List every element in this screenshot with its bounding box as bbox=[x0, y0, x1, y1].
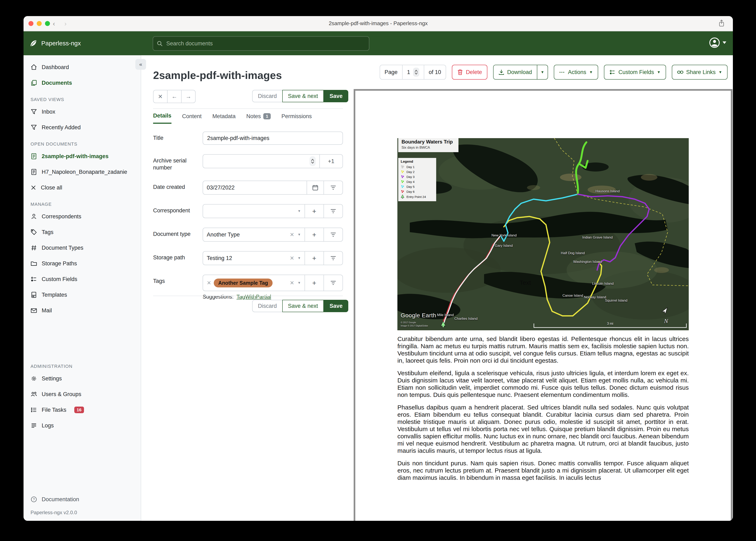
suggestions-label: Suggestions: bbox=[203, 293, 234, 300]
sidebar-item-correspondents[interactable]: Correspondents bbox=[24, 209, 141, 224]
titlebar: ‹ › 2sample-pdf-with-images - Paperless-… bbox=[24, 16, 733, 31]
save-button[interactable]: Save bbox=[324, 300, 348, 312]
sidebar-item-settings[interactable]: Settings bbox=[24, 371, 141, 386]
sidebar-item-logs[interactable]: Logs bbox=[24, 418, 141, 433]
sidebar-item-users-groups[interactable]: Users & Groups bbox=[24, 386, 141, 402]
clear-icon[interactable]: ✕ bbox=[290, 280, 294, 286]
link-icon bbox=[677, 70, 683, 75]
chevron-down-icon: ▼ bbox=[298, 233, 301, 237]
dot-cluster-icon bbox=[401, 180, 404, 184]
document-type-select[interactable]: Another Type ✕▼ bbox=[203, 228, 305, 241]
sidebar-item-documentation[interactable]: ? Documentation bbox=[24, 491, 141, 507]
share-links-button[interactable]: Share Links ▼ bbox=[672, 65, 728, 80]
sidebar-item-storage-paths[interactable]: Storage Paths bbox=[24, 256, 141, 271]
title-input[interactable] bbox=[203, 132, 343, 145]
paperless-leaf-logo-icon bbox=[29, 39, 38, 47]
chevron-down-icon bbox=[723, 41, 726, 44]
sidebar-item-tags[interactable]: Tags bbox=[24, 224, 141, 240]
remove-tag-icon[interactable]: ✕ bbox=[207, 280, 211, 286]
tags-select[interactable]: ✕ Another Sample Tag ✕▼ bbox=[203, 275, 305, 291]
sidebar-item-label: Dashboard bbox=[42, 64, 69, 71]
share-icon[interactable] bbox=[718, 19, 725, 27]
user-avatar-icon bbox=[709, 37, 720, 48]
sidebar-collapse-button[interactable]: « bbox=[135, 59, 146, 70]
actions-button[interactable]: ⋯ Actions ▼ bbox=[554, 65, 598, 80]
sidebar-item-label: Inbox bbox=[42, 109, 55, 115]
dot-cluster-icon bbox=[401, 185, 404, 189]
tab-notes[interactable]: Notes1 bbox=[246, 113, 271, 124]
sidebar-item-custom-fields[interactable]: Custom Fields bbox=[24, 271, 141, 287]
island-label: Mile Island bbox=[437, 313, 454, 317]
add-storage-path-button[interactable]: + bbox=[305, 252, 324, 265]
date-created-field-row: Date created 03/27/2022 bbox=[153, 181, 343, 195]
storage-path-select[interactable]: Testing 12 ✕▼ bbox=[203, 252, 305, 265]
sidebar-item-open-doc-2[interactable]: H7_Napoleon_Bonaparte_zadanie bbox=[24, 164, 141, 180]
download-button[interactable]: Download bbox=[494, 65, 537, 79]
clear-icon[interactable]: ✕ bbox=[290, 255, 294, 262]
app-version: Paperless-ngx v2.0.0 bbox=[24, 507, 141, 521]
save-and-next-button[interactable]: Save & next bbox=[282, 90, 324, 102]
asn-plus-one-button[interactable]: +1 bbox=[319, 155, 343, 168]
tags-filter-button[interactable] bbox=[324, 275, 343, 291]
page-number-input[interactable]: 1 bbox=[402, 65, 424, 79]
save-button[interactable]: Save bbox=[324, 90, 348, 102]
sidebar-item-recently-added[interactable]: Recently Added bbox=[24, 120, 141, 135]
storage-path-filter-button[interactable] bbox=[324, 252, 343, 265]
add-correspondent-button[interactable]: + bbox=[305, 205, 324, 218]
correspondent-select[interactable]: ▼ bbox=[203, 205, 305, 218]
tag-icon bbox=[31, 229, 37, 236]
delete-button[interactable]: Delete bbox=[452, 65, 487, 80]
chevron-down-icon: ▼ bbox=[657, 70, 661, 74]
legend-label: Day 2 bbox=[406, 170, 415, 174]
date-filter-button[interactable] bbox=[324, 181, 343, 194]
tab-content[interactable]: Content bbox=[182, 113, 202, 124]
legend-item: Day 6 bbox=[401, 190, 434, 194]
sidebar-item-document-types[interactable]: Document Types bbox=[24, 240, 141, 256]
chevron-down-icon bbox=[415, 72, 418, 74]
sidebar-item-inbox[interactable]: Inbox bbox=[24, 104, 141, 120]
discard-button[interactable]: Discard bbox=[252, 90, 283, 102]
sidebar-item-file-tasks[interactable]: File Tasks 16 bbox=[24, 402, 141, 418]
previous-document-button[interactable]: ← bbox=[167, 90, 181, 103]
sidebar-item-dashboard[interactable]: Dashboard bbox=[24, 59, 141, 75]
page-number-value: 1 bbox=[407, 69, 410, 76]
app-brand[interactable]: Paperless-ngx bbox=[24, 39, 81, 47]
save-and-next-button[interactable]: Save & next bbox=[282, 300, 324, 312]
sidebar-item-label: Documents bbox=[42, 80, 72, 86]
sidebar-item-open-doc-1[interactable]: 2sample-pdf-with-images bbox=[24, 149, 141, 164]
number-stepper[interactable] bbox=[309, 156, 316, 166]
download-caret-button[interactable]: ▼ bbox=[537, 65, 548, 79]
search-input[interactable] bbox=[165, 40, 365, 47]
user-menu[interactable] bbox=[709, 37, 726, 48]
page-stepper[interactable] bbox=[413, 68, 419, 77]
window-title: 2sample-pdf-with-images - Paperless-ngx bbox=[24, 20, 733, 27]
ellipsis-icon: ⋯ bbox=[559, 69, 565, 76]
tab-permissions[interactable]: Permissions bbox=[281, 113, 312, 124]
pdf-preview-pane[interactable]: Boundary Waters Trip Six days in BWCA Le… bbox=[354, 89, 732, 521]
clear-icon[interactable]: ✕ bbox=[290, 232, 294, 238]
custom-fields-button[interactable]: Custom Fields ▼ bbox=[604, 65, 666, 80]
sidebar-item-mail[interactable]: Mail bbox=[24, 303, 141, 318]
sidebar-item-label: Document Types bbox=[42, 245, 83, 251]
tag-chip[interactable]: Another Sample Tag bbox=[214, 278, 273, 287]
tab-details[interactable]: Details bbox=[153, 113, 171, 124]
discard-button[interactable]: Discard bbox=[252, 300, 283, 312]
next-document-button[interactable]: → bbox=[181, 90, 195, 103]
field-label: Archive serial number bbox=[153, 154, 203, 171]
sidebar-item-label: Mail bbox=[42, 307, 52, 314]
suggestion-link[interactable]: TagWithPartial bbox=[236, 293, 271, 300]
sidebar-item-close-all[interactable]: Close all bbox=[24, 180, 141, 196]
close-document-button[interactable]: ✕ bbox=[154, 90, 167, 103]
correspondent-filter-button[interactable] bbox=[324, 205, 343, 218]
sidebar-item-templates[interactable]: Templates bbox=[24, 287, 141, 303]
document-type-filter-button[interactable] bbox=[324, 228, 343, 241]
sidebar-item-label: Storage Paths bbox=[42, 261, 77, 267]
add-tag-button[interactable]: + bbox=[305, 275, 324, 291]
sidebar-item-documents[interactable]: Documents bbox=[24, 75, 141, 91]
asn-input[interactable] bbox=[203, 155, 319, 168]
date-created-input[interactable]: 03/27/2022 bbox=[203, 181, 307, 194]
calendar-button[interactable] bbox=[307, 181, 324, 194]
chevron-down-icon: ▼ bbox=[298, 256, 301, 260]
add-document-type-button[interactable]: + bbox=[305, 228, 324, 241]
tab-metadata[interactable]: Metadata bbox=[212, 113, 236, 124]
